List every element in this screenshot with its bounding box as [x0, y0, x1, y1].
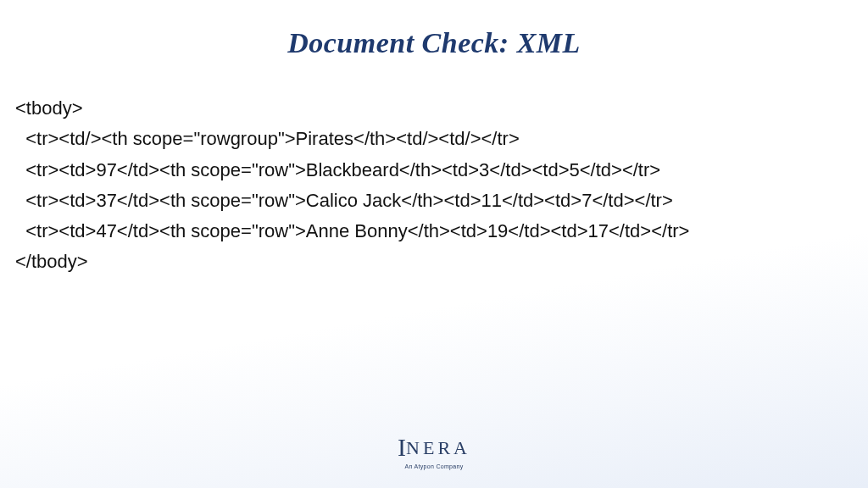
xml-code-block: <tbody> <tr><td/><th scope="rowgroup">Pi…	[0, 59, 868, 278]
code-line: <tr><td/><th scope="rowgroup">Pirates</t…	[15, 124, 853, 154]
logo-rest: NERA	[406, 437, 470, 458]
slide-title: Document Check: XML	[0, 0, 868, 59]
logo-text: INERA	[398, 433, 470, 462]
inera-logo: INERA An Atypon Company	[398, 433, 470, 469]
logo-tagline: An Atypon Company	[398, 463, 470, 469]
code-line: <tr><td>37</td><th scope="row">Calico Ja…	[15, 186, 853, 216]
code-line: <tr><td>97</td><th scope="row">Blackbear…	[15, 155, 853, 186]
code-line: </tbody>	[15, 247, 853, 277]
code-line: <tr><td>47</td><th scope="row">Anne Bonn…	[15, 216, 853, 247]
code-line: <tbody>	[15, 93, 853, 124]
